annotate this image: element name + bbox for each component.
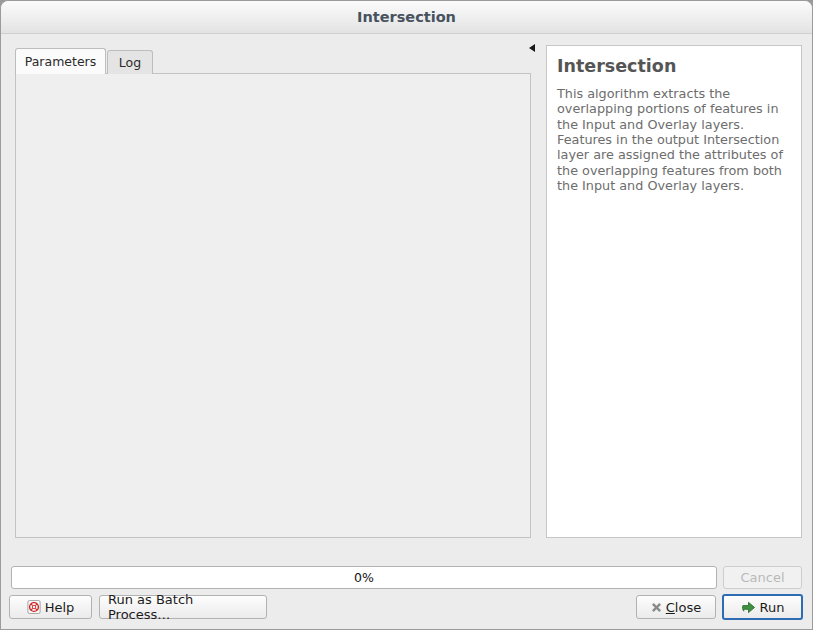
parameters-panel [15, 73, 531, 538]
help-button[interactable]: Help [9, 595, 92, 619]
tab-parameters[interactable]: Parameters [15, 48, 106, 74]
help-button-label: Help [45, 600, 75, 615]
help-panel-title: Intersection [557, 56, 791, 76]
run-button[interactable]: Run [722, 594, 803, 620]
run-arrow-icon [741, 600, 756, 614]
cancel-button[interactable]: Cancel [723, 566, 802, 589]
close-button[interactable]: Close [636, 595, 716, 619]
run-button-label: Run [760, 600, 785, 615]
close-button-label: Close [666, 600, 701, 615]
collapse-panel-icon[interactable] [529, 44, 535, 52]
run-as-batch-button[interactable]: Run as Batch Process… [99, 595, 267, 619]
progress-bar: 0% [11, 566, 717, 589]
tab-log[interactable]: Log [107, 50, 153, 74]
help-lifebuoy-icon [27, 600, 41, 614]
help-panel-description: This algorithm extracts the overlapping … [557, 86, 795, 193]
help-panel: Intersection This algorithm extracts the… [546, 45, 802, 538]
intersection-dialog: Intersection Parameters Log Input layer … [0, 0, 813, 630]
window-title: Intersection [1, 1, 812, 34]
close-x-icon [651, 602, 662, 613]
tab-cover [16, 72, 105, 74]
